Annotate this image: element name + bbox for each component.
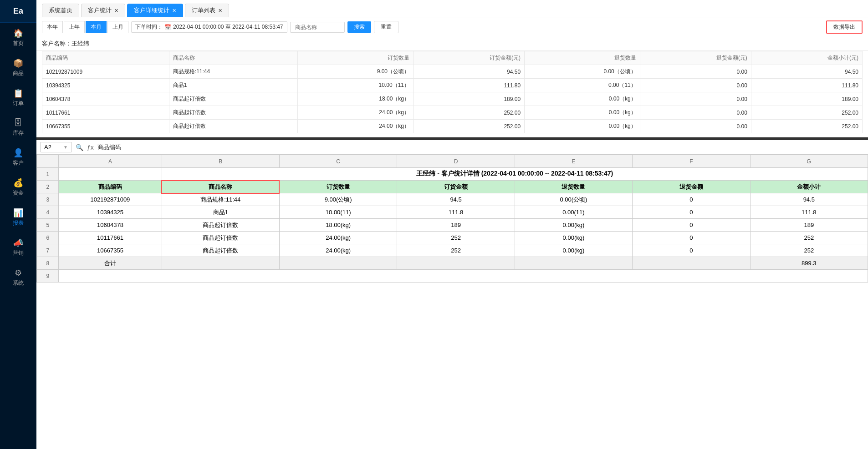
- sidebar-item-inventory[interactable]: 🗄 库存: [0, 113, 36, 142]
- sheet-row-1: 1 王经纬 - 客户统计详情 (2022-04-01 00:00:00 -- 2…: [37, 168, 868, 181]
- sheet-data-cell-4-4[interactable]: 0.00(kg): [515, 244, 632, 257]
- spreadsheet-area: A2 ▼ 🔍 ƒx: [36, 140, 868, 449]
- col-e-header[interactable]: E: [515, 155, 632, 168]
- sheet-data-cell-0-2[interactable]: 9.00(公顷): [279, 193, 397, 206]
- cell-ref-box[interactable]: A2 ▼: [40, 142, 72, 152]
- col-b-header[interactable]: B: [162, 155, 279, 168]
- td-order-qty: 10.00（11）: [298, 79, 414, 92]
- sheet-row-total: 8合计899.3: [37, 257, 868, 270]
- sheet-header-cell-0[interactable]: 商品编码: [59, 181, 162, 193]
- sheet-total-cell-3: [397, 257, 515, 270]
- sheet-data-cell-4-6[interactable]: 252: [750, 244, 868, 257]
- sheet-data-cell-3-4[interactable]: 0.00(kg): [515, 232, 632, 244]
- reset-button[interactable]: 重置: [374, 21, 398, 33]
- sheet-data-cell-2-2[interactable]: 18.00(kg): [279, 219, 397, 232]
- sheet-header-cell-1[interactable]: 商品名称: [162, 181, 279, 193]
- sheet-data-cell-0-1[interactable]: 商品规格:11:44: [162, 193, 279, 206]
- sheet-data-cell-3-5[interactable]: 0: [633, 232, 750, 244]
- sheet-data-cell-2-6[interactable]: 189: [750, 219, 868, 232]
- sheet-data-cell-1-5[interactable]: 0: [633, 206, 750, 219]
- sidebar-item-home[interactable]: 🏠 首页: [0, 23, 36, 53]
- sheet-table: A B C D E F G 1 王经纬 - 客户统计详情 (2022-04-01…: [36, 155, 868, 283]
- goods-icon: 📦: [13, 58, 23, 68]
- tab-order-list-label: 订单列表: [192, 6, 215, 15]
- sheet-data-cell-1-3[interactable]: 111.8: [397, 206, 515, 219]
- sheet-empty-row-9[interactable]: [59, 270, 868, 283]
- sheet-data-cell-3-0[interactable]: 10117661: [59, 232, 162, 244]
- sidebar-item-label: 报表: [13, 219, 24, 227]
- sheet-data-cell-3-6[interactable]: 252: [750, 232, 868, 244]
- sidebar-item-reports[interactable]: 📊 报表: [0, 202, 36, 232]
- tab-customer-stats-close[interactable]: ✕: [114, 8, 118, 14]
- tab-order-list-close[interactable]: ✕: [218, 8, 222, 14]
- sidebar-item-finance[interactable]: 💰 资金: [0, 172, 36, 202]
- sidebar-item-system[interactable]: ⚙ 系统: [0, 262, 36, 293]
- sheet-data-cell-2-4[interactable]: 0.00(kg): [515, 219, 632, 232]
- reports-icon: 📊: [13, 208, 23, 218]
- date-range-picker[interactable]: 下单时间： 📅 2022-04-01 00:00:00 至 2022-04-11…: [131, 21, 287, 33]
- col-f-header[interactable]: F: [633, 155, 750, 168]
- td-order-qty: 9.00（公顷）: [298, 65, 414, 79]
- sheet-cell-a1[interactable]: [59, 168, 162, 181]
- th-order-amt: 订货金额(元): [414, 51, 525, 65]
- sheet-data-cell-1-0[interactable]: 10394325: [59, 206, 162, 219]
- col-g-header[interactable]: G: [750, 155, 868, 168]
- sidebar-item-marketing[interactable]: 📣 营销: [0, 232, 36, 262]
- sheet-data-cell-0-5[interactable]: 0: [633, 193, 750, 206]
- sheet-data-cell-0-4[interactable]: 0.00(公顷): [515, 193, 632, 206]
- sheet-header-cell-4[interactable]: 退货数量: [515, 181, 632, 193]
- sheet-header-cell-2[interactable]: 订货数量: [279, 181, 397, 193]
- tab-home[interactable]: 系统首页: [42, 4, 79, 17]
- customers-icon: 👤: [13, 148, 23, 158]
- row-header-3: 3: [37, 193, 59, 206]
- sheet-data-cell-4-1[interactable]: 商品起订倍数: [162, 244, 279, 257]
- tab-customer-detail[interactable]: 客户详细统计 ✕: [127, 4, 183, 17]
- btn-last-month[interactable]: 上月: [107, 21, 128, 33]
- sheet-data-cell-2-1[interactable]: 商品起订倍数: [162, 219, 279, 232]
- sidebar-item-customers[interactable]: 👤 客户: [0, 142, 36, 172]
- sheet-data-cell-2-3[interactable]: 189: [397, 219, 515, 232]
- sheet-data-cell-4-5[interactable]: 0: [633, 244, 750, 257]
- search-input[interactable]: [290, 22, 345, 33]
- sheet-data-cell-4-2[interactable]: 24.00(kg): [279, 244, 397, 257]
- sheet-data-cell-3-3[interactable]: 252: [397, 232, 515, 244]
- cell-ref-arrow-icon: ▼: [63, 145, 68, 150]
- tab-customer-stats[interactable]: 客户统计 ✕: [81, 4, 125, 17]
- formula-input[interactable]: [97, 144, 864, 151]
- td-return-amt: 0.00: [640, 79, 751, 92]
- btn-current-month[interactable]: 本月: [86, 21, 107, 33]
- sheet-data-cell-4-0[interactable]: 10667355: [59, 244, 162, 257]
- col-a-header[interactable]: A: [59, 155, 162, 168]
- fx-label: ƒx: [87, 144, 94, 151]
- sheet-data-cell-2-0[interactable]: 10604378: [59, 219, 162, 232]
- tab-customer-detail-close[interactable]: ✕: [172, 8, 176, 14]
- tab-order-list[interactable]: 订单列表 ✕: [185, 4, 229, 17]
- table-row: 10394325 商品1 10.00（11） 111.80 0.00（11） 0…: [42, 79, 863, 92]
- sheet-data-cell-3-1[interactable]: 商品起订倍数: [162, 232, 279, 244]
- sidebar-item-orders[interactable]: 📋 订单: [0, 83, 36, 113]
- sheet-header-cell-6[interactable]: 金额小计: [750, 181, 868, 193]
- sheet-data-cell-4-3[interactable]: 252: [397, 244, 515, 257]
- sheet-data-cell-2-5[interactable]: 0: [633, 219, 750, 232]
- sheet-data-cell-3-2[interactable]: 24.00(kg): [279, 232, 397, 244]
- sheet-header-cell-5[interactable]: 退货金额: [633, 181, 750, 193]
- export-button[interactable]: 数据导出: [826, 20, 863, 34]
- sheet-total-cell-0: 合计: [59, 257, 162, 270]
- sheet-data-cell-1-4[interactable]: 0.00(11): [515, 206, 632, 219]
- sheet-data-cell-1-1[interactable]: 商品1: [162, 206, 279, 219]
- data-table-container: 商品编码 商品名称 订货数量 订货金额(元) 退货数量 退货金额(元) 金额小计…: [36, 51, 868, 137]
- search-button[interactable]: 搜索: [347, 21, 371, 33]
- btn-current-year[interactable]: 本年: [42, 21, 63, 33]
- col-c-header[interactable]: C: [279, 155, 397, 168]
- sheet-data-cell-0-3[interactable]: 94.5: [397, 193, 515, 206]
- sheet-data-cell-1-2[interactable]: 10.00(11): [279, 206, 397, 219]
- sidebar-item-goods[interactable]: 📦 商品: [0, 53, 36, 83]
- sheet-data-cell-0-0[interactable]: 102192871009: [59, 193, 162, 206]
- sheet-grid[interactable]: A B C D E F G 1 王经纬 - 客户统计详情 (2022-04-01…: [36, 155, 868, 449]
- sheet-header-cell-3[interactable]: 订货金额: [397, 181, 515, 193]
- sheet-data-cell-0-6[interactable]: 94.5: [750, 193, 868, 206]
- btn-last-year[interactable]: 上年: [64, 21, 85, 33]
- row-header-9: 9: [37, 270, 59, 283]
- col-d-header[interactable]: D: [397, 155, 515, 168]
- sheet-data-cell-1-6[interactable]: 111.8: [750, 206, 868, 219]
